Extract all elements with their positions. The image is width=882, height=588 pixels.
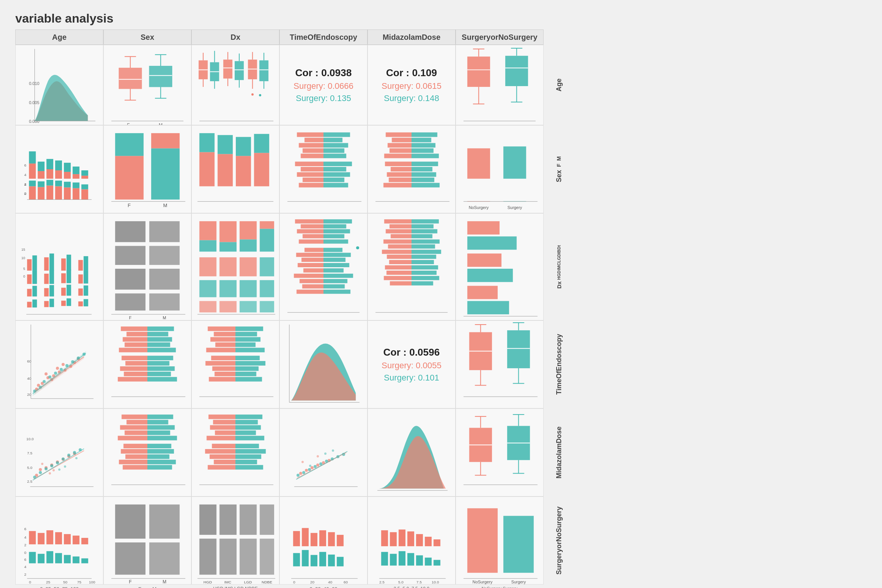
svg-text:M: M — [163, 315, 166, 320]
svg-text:2.5: 2.5 — [379, 580, 385, 584]
svg-rect-231 — [240, 257, 257, 276]
svg-rect-277 — [390, 224, 412, 229]
svg-rect-462 — [235, 431, 256, 435]
svg-rect-46 — [259, 60, 268, 81]
svg-text:15: 15 — [21, 248, 25, 252]
svg-rect-69 — [46, 169, 53, 179]
svg-rect-299 — [390, 281, 412, 286]
svg-text:F: F — [127, 122, 130, 125]
svg-point-414 — [50, 464, 53, 467]
svg-rect-213 — [115, 269, 145, 290]
svg-rect-123 — [323, 143, 348, 148]
svg-rect-88 — [64, 182, 71, 188]
svg-rect-214 — [149, 269, 180, 290]
svg-rect-528 — [55, 553, 62, 564]
svg-rect-521 — [55, 532, 62, 544]
svg-point-327 — [48, 376, 51, 379]
svg-rect-163 — [467, 148, 490, 178]
svg-rect-518 — [29, 531, 36, 544]
svg-rect-529 — [64, 555, 71, 564]
svg-rect-81 — [38, 187, 44, 200]
svg-text:5: 5 — [23, 267, 25, 271]
svg-point-413 — [44, 467, 47, 470]
svg-rect-66 — [29, 151, 36, 163]
cell-midazolam-time — [279, 408, 368, 497]
col-header-age: Age — [15, 29, 103, 45]
svg-rect-383 — [209, 377, 235, 382]
cell-midazolam-midazolam — [368, 408, 456, 497]
svg-rect-346 — [147, 337, 172, 342]
svg-text:M: M — [159, 122, 163, 125]
svg-rect-465 — [207, 436, 235, 440]
svg-rect-293 — [385, 265, 412, 270]
svg-rect-470 — [235, 454, 261, 459]
svg-point-404 — [39, 468, 42, 471]
svg-rect-74 — [64, 163, 71, 172]
svg-rect-84 — [46, 180, 53, 186]
svg-text:0.010: 0.010 — [29, 81, 39, 86]
svg-rect-115 — [254, 153, 270, 186]
cell-time-time — [279, 320, 368, 408]
svg-rect-200 — [83, 286, 88, 296]
svg-text:40: 40 — [328, 580, 333, 584]
svg-text:NDBE: NDBE — [262, 580, 273, 584]
svg-point-487 — [314, 465, 317, 468]
cell-sex-sex: F M — [103, 125, 191, 213]
svg-rect-295 — [387, 271, 412, 275]
svg-rect-165 — [503, 147, 526, 179]
svg-rect-256 — [323, 253, 351, 257]
svg-rect-468 — [235, 449, 266, 454]
svg-point-251 — [356, 246, 359, 249]
svg-rect-364 — [235, 327, 263, 331]
axis-age: 0 25 50 75 100 — [15, 585, 103, 588]
svg-rect-371 — [215, 343, 235, 347]
cell-surgery-age: 6 4 2 0 6 4 2 0 25 50 75 100 — [15, 497, 103, 585]
svg-rect-349 — [125, 343, 147, 347]
svg-text:10.0: 10.0 — [26, 437, 34, 441]
svg-rect-33 — [223, 60, 232, 79]
svg-rect-439 — [120, 425, 147, 430]
svg-rect-294 — [412, 271, 436, 275]
svg-rect-126 — [302, 148, 323, 153]
svg-rect-152 — [385, 162, 412, 166]
svg-rect-441 — [125, 431, 147, 435]
svg-rect-244 — [295, 219, 323, 224]
svg-rect-227 — [260, 221, 274, 229]
svg-rect-230 — [219, 257, 237, 276]
svg-rect-467 — [212, 444, 235, 448]
svg-rect-67 — [38, 171, 44, 179]
svg-rect-597 — [416, 555, 423, 566]
svg-rect-234 — [219, 280, 237, 297]
svg-rect-453 — [123, 465, 147, 470]
svg-rect-190 — [67, 270, 71, 283]
svg-rect-122 — [304, 138, 323, 142]
svg-rect-85 — [55, 186, 62, 200]
svg-point-493 — [302, 461, 304, 463]
svg-rect-257 — [296, 253, 323, 257]
svg-rect-159 — [412, 183, 439, 188]
svg-text:0: 0 — [24, 550, 26, 555]
svg-rect-443 — [118, 436, 147, 440]
svg-rect-179 — [44, 257, 49, 271]
svg-rect-606 — [467, 508, 498, 573]
svg-rect-352 — [147, 356, 173, 360]
corner-empty — [544, 29, 574, 45]
svg-rect-183 — [44, 288, 49, 297]
svg-rect-388 — [456, 321, 543, 408]
svg-rect-133 — [323, 172, 350, 177]
svg-rect-267 — [300, 279, 323, 283]
svg-rect-178 — [33, 299, 37, 307]
col-header-dx: Dx — [191, 29, 279, 45]
svg-rect-547 — [149, 505, 180, 539]
svg-text:Surgery: Surgery — [508, 205, 523, 210]
svg-rect-367 — [214, 332, 235, 336]
svg-text:2: 2 — [24, 543, 26, 547]
svg-rect-175 — [27, 289, 32, 297]
svg-rect-103 — [151, 148, 180, 199]
row-label-midazolam: MidazolamDose — [544, 408, 574, 497]
svg-rect-6 — [104, 45, 191, 125]
cell-sex-time — [279, 125, 368, 213]
svg-rect-554 — [199, 505, 217, 535]
svg-rect-76 — [73, 167, 80, 174]
svg-rect-379 — [212, 366, 235, 371]
